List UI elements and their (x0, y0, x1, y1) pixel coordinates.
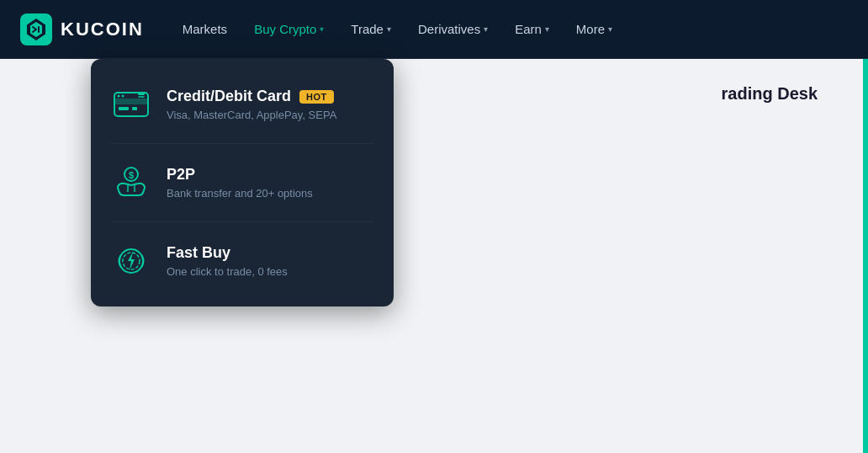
svg-text:$: $ (129, 170, 134, 180)
divider-1 (111, 143, 373, 144)
svg-rect-2 (114, 99, 148, 104)
nav-markets[interactable]: Markets (171, 15, 239, 43)
fast-buy-icon (111, 241, 151, 281)
nav-derivatives[interactable]: Derivatives ▾ (406, 15, 500, 43)
logo-text: KUCOIN (61, 19, 144, 40)
trade-chevron: ▾ (387, 24, 391, 34)
trading-desk-label: rading Desk (722, 84, 818, 104)
nav-trade[interactable]: Trade ▾ (339, 15, 403, 43)
buy-crypto-dropdown: Credit/Debit Card HOT Visa, MasterCard, … (91, 59, 394, 306)
teal-accent-bar (863, 59, 868, 453)
nav-items: Markets Buy Crypto ▾ Trade ▾ Derivatives… (171, 15, 848, 43)
dropdown-item-p2p[interactable]: $ P2P Bank transfer and 20+ options (91, 147, 394, 218)
divider-2 (111, 221, 373, 222)
dropdown-item-fast-buy[interactable]: Fast Buy One click to trade, 0 fees (91, 226, 394, 296)
nav-buy-crypto[interactable]: Buy Crypto ▾ (242, 15, 336, 43)
nav-earn[interactable]: Earn ▾ (503, 15, 561, 43)
svg-point-6 (122, 95, 124, 98)
p2p-text: P2P Bank transfer and 20+ options (167, 166, 313, 200)
fast-buy-text: Fast Buy One click to trade, 0 fees (167, 244, 288, 278)
nav-more[interactable]: More ▾ (564, 15, 624, 43)
earn-chevron: ▾ (545, 24, 549, 34)
credit-card-icon (111, 84, 151, 125)
p2p-icon: $ (111, 163, 151, 203)
logo[interactable]: KUCOIN (20, 13, 144, 45)
kucoin-logo-icon (20, 13, 52, 45)
derivatives-chevron: ▾ (484, 24, 488, 34)
svg-rect-4 (132, 107, 137, 110)
navbar: KUCOIN Markets Buy Crypto ▾ Trade ▾ Deri… (0, 0, 868, 59)
hot-badge: HOT (299, 90, 334, 104)
svg-rect-3 (119, 107, 129, 110)
more-chevron: ▾ (608, 24, 612, 34)
svg-point-5 (118, 95, 120, 98)
dropdown-item-credit-debit[interactable]: Credit/Debit Card HOT Visa, MasterCard, … (91, 69, 394, 140)
credit-debit-text: Credit/Debit Card HOT Visa, MasterCard, … (167, 88, 336, 121)
buy-crypto-chevron: ▾ (320, 24, 324, 34)
